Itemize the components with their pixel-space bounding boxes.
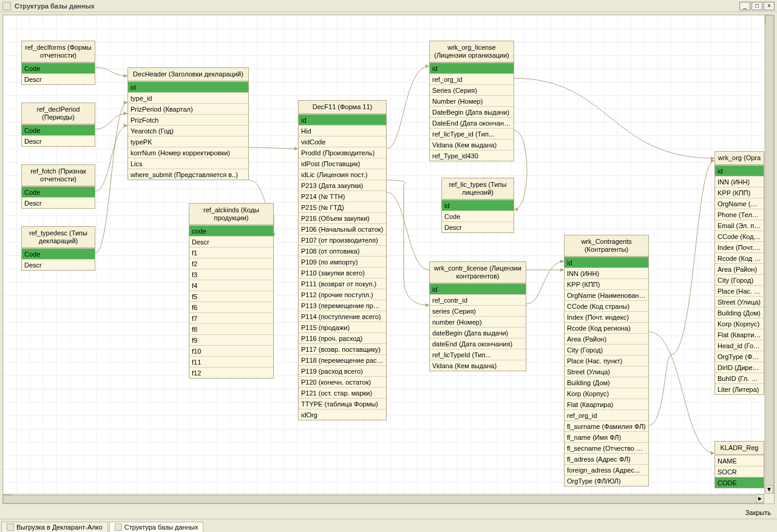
- field-row[interactable]: P115 (продажи): [299, 322, 386, 332]
- field-row[interactable]: Descr: [442, 221, 514, 232]
- field-row[interactable]: Code: [442, 210, 514, 221]
- field-row[interactable]: Email (Эл. почта: [715, 220, 764, 231]
- field-row[interactable]: Liter (Литера): [715, 383, 764, 394]
- field-row[interactable]: f12: [189, 367, 273, 378]
- scroll-down-arrow[interactable]: ▼: [765, 485, 773, 494]
- field-row[interactable]: idOrg: [299, 409, 386, 420]
- entity-ref_fotch[interactable]: ref_fotch (Признак отчетности)CodeDescr: [21, 164, 95, 209]
- field-row[interactable]: id: [442, 200, 514, 210]
- horizontal-scrollbar[interactable]: ◄ ►: [3, 494, 764, 503]
- field-row[interactable]: KPP (КПП): [565, 278, 648, 289]
- field-row[interactable]: TTYPE (таблица Формы): [299, 398, 386, 409]
- close-button[interactable]: ×: [764, 2, 775, 10]
- field-row[interactable]: P116 (проч. расход): [299, 332, 386, 343]
- field-row[interactable]: series (Серия): [430, 305, 526, 316]
- entity-ref_declforms[interactable]: ref_declforms (Формы отчетности)CodeDesc…: [21, 41, 95, 85]
- field-row[interactable]: where_submit (Представляется в..): [128, 169, 248, 180]
- field-row[interactable]: ref_Type_id430: [430, 150, 514, 161]
- field-row[interactable]: INN (ИНН): [715, 176, 764, 187]
- field-row[interactable]: CODE: [715, 477, 764, 488]
- field-row[interactable]: KPP (КПП): [715, 187, 764, 198]
- entity-ref_alckinds[interactable]: ref_alckinds (Коды продукции)codeDescrf1…: [189, 203, 274, 379]
- field-row[interactable]: fl_name (Имя ФЛ): [565, 431, 648, 442]
- field-row[interactable]: Number (Номер): [430, 95, 514, 106]
- field-row[interactable]: Code: [22, 248, 95, 259]
- field-row[interactable]: ProdId (Производитель): [299, 147, 386, 158]
- field-row[interactable]: P112 (прочие поступл.): [299, 289, 386, 300]
- field-row[interactable]: INN (ИНН): [565, 268, 648, 278]
- field-row[interactable]: Area (Район): [565, 333, 648, 344]
- field-row[interactable]: DateBegin (Дата выдачи): [430, 106, 514, 117]
- field-row[interactable]: dateEnd (Дата окончания): [430, 338, 526, 349]
- field-row[interactable]: foreign_adress (Адрес...: [565, 464, 648, 475]
- field-row[interactable]: Street (Улица): [565, 366, 648, 377]
- field-row[interactable]: vidCode: [299, 136, 386, 147]
- field-row[interactable]: P118 (перемещение расх.): [299, 354, 386, 365]
- field-row[interactable]: DirID (Директо: [715, 362, 764, 372]
- scroll-right-arrow[interactable]: ►: [756, 494, 764, 503]
- field-row[interactable]: City (Город): [715, 274, 764, 285]
- entity-ref_typedesc[interactable]: ref_typedesc (Типы деклараций)CodeDescr: [21, 226, 95, 271]
- field-row[interactable]: Street (Улица): [715, 296, 764, 307]
- field-row[interactable]: ref_contr_id: [430, 294, 526, 305]
- field-row[interactable]: P114 (поступление всего): [299, 311, 386, 322]
- entity-DecHeader[interactable]: DecHeader (Заголовки деклараций)idtype_i…: [127, 67, 249, 180]
- field-row[interactable]: P216 (Объем закупки): [299, 212, 386, 223]
- field-row[interactable]: P214 (№ ТТН): [299, 190, 386, 201]
- field-row[interactable]: f1: [189, 247, 273, 258]
- field-row[interactable]: f4: [189, 280, 273, 291]
- vertical-scrollbar[interactable]: ▲ ▼: [764, 15, 774, 494]
- field-row[interactable]: Descr: [22, 197, 95, 208]
- field-row[interactable]: Flat (Квартира): [715, 329, 764, 340]
- field-row[interactable]: Head_id (Голов: [715, 340, 764, 351]
- field-row[interactable]: P120 (конечн. остаток): [299, 376, 386, 387]
- field-row[interactable]: P119 (расход всего): [299, 365, 386, 376]
- field-row[interactable]: P213 (Дата закупки): [299, 180, 386, 190]
- entity-ref_declPeriod[interactable]: ref_declPeriod (Периоды)CodeDescr: [21, 103, 95, 147]
- field-row[interactable]: Rcode (Код рег: [715, 252, 764, 263]
- field-row[interactable]: Lics: [128, 158, 248, 169]
- field-row[interactable]: P110 (закупки всего): [299, 267, 386, 278]
- field-row[interactable]: id: [128, 81, 248, 92]
- field-row[interactable]: f3: [189, 269, 273, 280]
- field-row[interactable]: id: [565, 257, 648, 268]
- field-row[interactable]: fl_secname (Отчество ФЛ): [565, 442, 648, 453]
- field-row[interactable]: number (Номер): [430, 316, 526, 327]
- field-row[interactable]: f2: [189, 258, 273, 269]
- field-row[interactable]: Phone (Телефо: [715, 209, 764, 220]
- field-row[interactable]: Korp (Корпус): [565, 388, 648, 399]
- field-row[interactable]: OrgType (Физ./h: [715, 351, 764, 362]
- field-row[interactable]: id: [430, 283, 526, 294]
- field-row[interactable]: NAME: [715, 455, 764, 466]
- field-row[interactable]: Code: [22, 62, 95, 73]
- field-row[interactable]: f7: [189, 312, 273, 323]
- field-row[interactable]: P215 (№ ГТД): [299, 201, 386, 212]
- field-row[interactable]: typePK: [128, 136, 248, 147]
- field-row[interactable]: fl_adress (Адрес ФЛ): [565, 453, 648, 464]
- field-row[interactable]: Rcode (Код региона): [565, 322, 648, 333]
- entity-KLADR_Reg[interactable]: KLADR_RegNAMESOCRCODE: [714, 441, 764, 488]
- vscroll-thumb[interactable]: [765, 15, 774, 494]
- field-row[interactable]: Vidana (Кем выдана): [430, 139, 514, 150]
- field-row[interactable]: dateBegin (Дата выдачи): [430, 327, 526, 338]
- field-row[interactable]: f10: [189, 345, 273, 356]
- field-row[interactable]: f9: [189, 334, 273, 345]
- field-row[interactable]: ref_org_id: [565, 409, 648, 420]
- field-row[interactable]: ref_licTypeId (Тип...: [430, 349, 526, 360]
- field-row[interactable]: korrNum (Номер корректировки): [128, 147, 248, 158]
- field-row[interactable]: fl_surname (Фамилия ФЛ): [565, 420, 648, 431]
- entity-wrk_Contragents[interactable]: wrk_Contragents (Контрагенты)idINN (ИНН)…: [564, 235, 649, 487]
- field-row[interactable]: P111 (возврат от покуп.): [299, 278, 386, 289]
- field-row[interactable]: f11: [189, 356, 273, 367]
- field-row[interactable]: Index (Почт. индекс): [565, 311, 648, 322]
- field-row[interactable]: Descr: [22, 135, 95, 146]
- tab-structure[interactable]: Структура базы данных: [109, 522, 203, 532]
- entity-wrk_org_license[interactable]: wrk_org_license (Лицензии организации)id…: [429, 41, 514, 161]
- field-row[interactable]: f5: [189, 291, 273, 301]
- field-row[interactable]: id: [715, 165, 764, 176]
- field-row[interactable]: Hid: [299, 125, 386, 136]
- entity-DecF11[interactable]: DecF11 (Форма 11)idHidvidCodeProdId (Про…: [298, 100, 387, 420]
- field-row[interactable]: id: [299, 114, 386, 125]
- field-row[interactable]: Place (Нас. пункт): [565, 355, 648, 366]
- field-row[interactable]: P108 (от оптовика): [299, 245, 386, 256]
